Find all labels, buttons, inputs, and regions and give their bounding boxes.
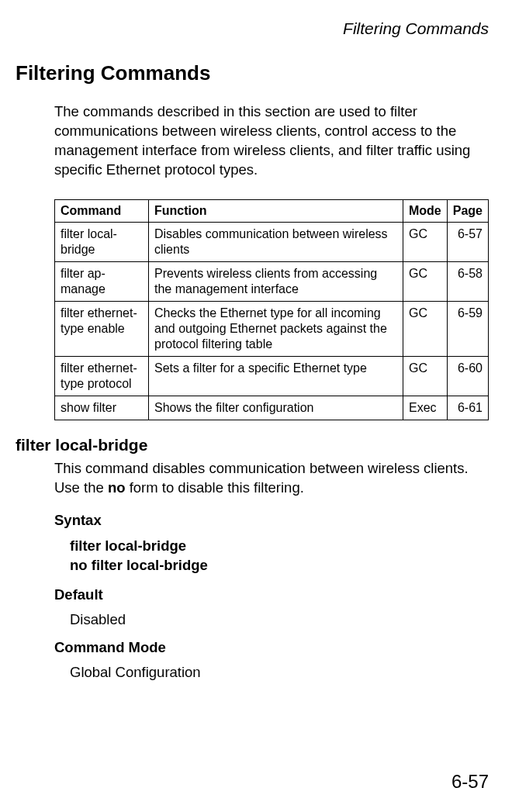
cell-command: filter ethernet-type protocol xyxy=(55,356,149,396)
description-part2: form to disable this filtering. xyxy=(126,479,304,496)
table-header-row: Command Function Mode Page xyxy=(55,199,489,222)
command-detail-heading: filter local-bridge xyxy=(16,436,489,454)
table-row: filter local-bridge Disables communicati… xyxy=(55,222,489,261)
table-row: filter ethernet-type enable Checks the E… xyxy=(55,301,489,356)
cell-mode: GC xyxy=(403,222,447,261)
cell-command: filter ap-manage xyxy=(55,261,149,301)
cell-command: filter ethernet-type enable xyxy=(55,301,149,356)
command-mode-value: Global Configuration xyxy=(70,664,489,681)
cell-mode: GC xyxy=(403,356,447,396)
table-row: filter ethernet-type protocol Sets a fil… xyxy=(55,356,489,396)
command-table: Command Function Mode Page filter local-… xyxy=(54,199,489,420)
main-heading: Filtering Commands xyxy=(16,61,489,85)
command-description: This command disables communication betw… xyxy=(54,459,489,498)
syntax-label: Syntax xyxy=(54,512,489,529)
cell-mode: GC xyxy=(403,261,447,301)
cell-command: show filter xyxy=(55,396,149,420)
intro-paragraph: The commands described in this section a… xyxy=(54,102,489,180)
table-row: show filter Shows the filter configurati… xyxy=(55,396,489,420)
command-mode-label: Command Mode xyxy=(54,639,489,656)
cell-mode: Exec xyxy=(403,396,447,420)
syntax-line2: no filter local-bridge xyxy=(70,556,489,575)
default-value: Disabled xyxy=(70,611,489,628)
cell-function: Checks the Ethernet type for all incomin… xyxy=(149,301,403,356)
cell-page: 6-61 xyxy=(447,396,488,420)
cell-page: 6-58 xyxy=(447,261,488,301)
cell-mode: GC xyxy=(403,301,447,356)
cell-page: 6-59 xyxy=(447,301,488,356)
header-function: Function xyxy=(149,199,403,222)
cell-page: 6-57 xyxy=(447,222,488,261)
table-row: filter ap-manage Prevents wireless clien… xyxy=(55,261,489,301)
syntax-block: filter local-bridge no filter local-brid… xyxy=(70,537,489,575)
header-page: Page xyxy=(447,199,488,222)
cell-function: Prevents wireless clients from accessing… xyxy=(149,261,403,301)
cell-command: filter local-bridge xyxy=(55,222,149,261)
cell-function: Sets a filter for a specific Ethernet ty… xyxy=(149,356,403,396)
default-label: Default xyxy=(54,586,489,603)
cell-function: Shows the filter configuration xyxy=(149,396,403,420)
syntax-line1: filter local-bridge xyxy=(70,537,489,556)
cell-page: 6-60 xyxy=(447,356,488,396)
running-header: Filtering Commands xyxy=(23,19,489,38)
header-command: Command xyxy=(55,199,149,222)
description-bold: no xyxy=(108,479,126,496)
page-number: 6-57 xyxy=(451,771,489,793)
header-mode: Mode xyxy=(403,199,447,222)
cell-function: Disables communication between wireless … xyxy=(149,222,403,261)
